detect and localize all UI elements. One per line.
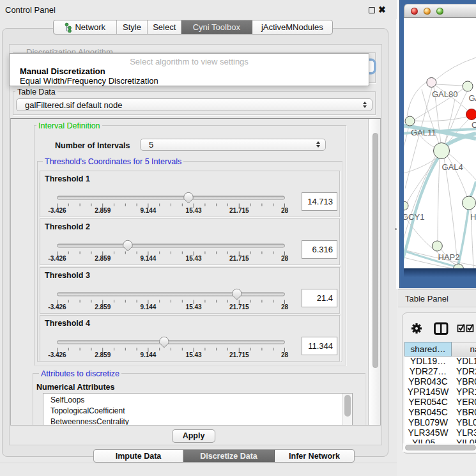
svg-text:9.144: 9.144 xyxy=(140,255,156,262)
svg-text:9.144: 9.144 xyxy=(140,303,156,310)
svg-text:15.43: 15.43 xyxy=(186,351,202,358)
svg-text:15.43: 15.43 xyxy=(186,255,202,262)
svg-text:21.715: 21.715 xyxy=(229,255,249,262)
svg-text:21.715: 21.715 xyxy=(229,207,249,214)
svg-text:9.144: 9.144 xyxy=(140,351,156,358)
svg-text:HAP2: HAP2 xyxy=(438,252,460,262)
svg-text:28: 28 xyxy=(281,351,289,358)
svg-text:-3.426: -3.426 xyxy=(48,255,66,262)
svg-text:9.144: 9.144 xyxy=(140,207,156,214)
svg-text:2.859: 2.859 xyxy=(95,255,111,262)
svg-text:GAL4: GAL4 xyxy=(442,162,463,172)
svg-text:2.859: 2.859 xyxy=(95,303,111,310)
svg-text:GCY1: GCY1 xyxy=(404,212,424,222)
svg-text:2.859: 2.859 xyxy=(95,207,111,214)
svg-text:-3.426: -3.426 xyxy=(48,303,66,310)
svg-text:2.859: 2.859 xyxy=(95,351,111,358)
svg-text:-3.426: -3.426 xyxy=(48,207,66,214)
svg-text:GAL11: GAL11 xyxy=(411,128,436,137)
svg-text:28: 28 xyxy=(281,207,289,214)
svg-text:HIS4: HIS4 xyxy=(470,212,476,222)
svg-text:-3.426: -3.426 xyxy=(48,351,66,358)
svg-text:GAL: GAL xyxy=(469,93,476,103)
svg-text:21.715: 21.715 xyxy=(229,351,249,358)
svg-text:28: 28 xyxy=(281,255,289,262)
svg-text:21.715: 21.715 xyxy=(229,303,249,310)
svg-text:28: 28 xyxy=(281,303,289,310)
svg-text:15.43: 15.43 xyxy=(186,303,202,310)
svg-text:C: C xyxy=(472,120,476,130)
svg-text:GAL80: GAL80 xyxy=(432,89,457,99)
svg-text:15.43: 15.43 xyxy=(186,207,202,214)
